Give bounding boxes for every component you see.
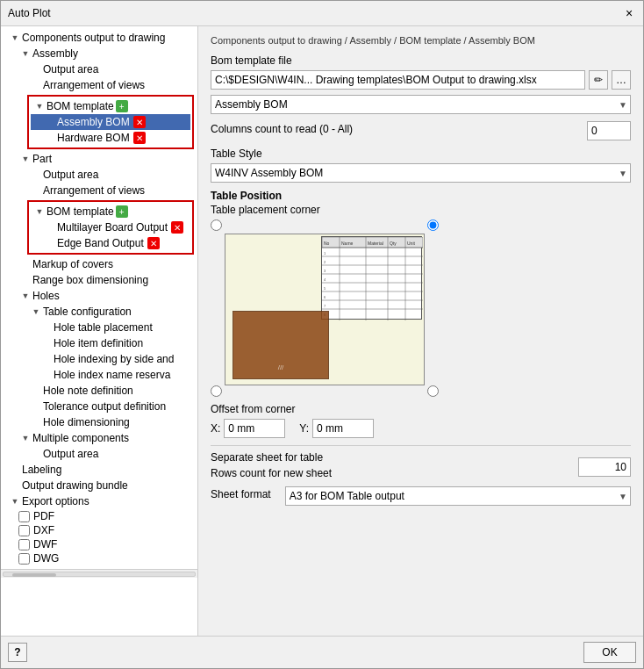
offset-x-input[interactable]: [224, 419, 285, 438]
sidebar-item-arrangement-2[interactable]: Arrangement of views: [1, 183, 197, 198]
sidebar-item-label: Markup of covers: [32, 258, 113, 270]
table-style-dropdown[interactable]: W4INV Assembly BOM: [211, 163, 631, 183]
sidebar-item-hole-note-def[interactable]: Hole note definition: [1, 383, 197, 399]
sidebar-item-arrangement-1[interactable]: Arrangement of views: [1, 77, 197, 93]
corner-radio-input-top-left[interactable]: [211, 219, 222, 231]
svg-text:Qty: Qty: [390, 241, 397, 246]
browse-file-button[interactable]: …: [612, 70, 631, 90]
sidebar-item-label: Output area: [43, 448, 98, 460]
sidebar-item-dwg[interactable]: DWG: [1, 551, 197, 565]
columns-count-input[interactable]: [587, 121, 631, 140]
expand-icon: [29, 384, 43, 398]
sidebar-item-label: Arrangement of views: [43, 79, 145, 91]
separate-sheet-label: Separate sheet for table: [211, 451, 332, 464]
sidebar-item-dwf[interactable]: DWF: [1, 537, 197, 551]
sidebar-item-multiple-components[interactable]: ▼ Multiple components: [1, 430, 197, 446]
pdf-checkbox[interactable]: [18, 511, 30, 522]
bom-template-name-dropdown[interactable]: Assembly BOM: [211, 95, 631, 114]
sidebar-item-hardware-bom[interactable]: Hardware BOM ✕: [31, 130, 190, 146]
columns-count-row: Columns count to read (0 - All): [211, 121, 631, 140]
remove-edge-band-icon[interactable]: ✕: [147, 237, 160, 249]
expand-icon: [29, 183, 43, 198]
breadcrumb: Components output to drawing / Assembly …: [211, 35, 631, 46]
sidebar-item-label: Output drawing bundle: [22, 479, 128, 492]
sidebar-item-range-box[interactable]: Range box dimensioning: [1, 272, 197, 288]
horizontal-scrollbar[interactable]: [1, 569, 197, 578]
add-bom-template-icon[interactable]: +: [116, 100, 128, 112]
corner-radio-input-bottom-left[interactable]: [211, 385, 222, 397]
sidebar-item-hole-indexing[interactable]: Hole indexing by side and: [1, 351, 197, 367]
remove-assembly-bom-icon[interactable]: ✕: [133, 116, 146, 128]
sidebar-item-label: Hole table placement: [54, 321, 153, 334]
sidebar-item-hole-item-def[interactable]: Hole item definition: [1, 335, 197, 351]
expand-icon: ▼: [8, 31, 22, 45]
sidebar-item-dxf[interactable]: DXF: [1, 523, 197, 537]
add-bom-template-part-icon[interactable]: +: [116, 205, 128, 218]
svg-text:4: 4: [324, 277, 326, 282]
sidebar-item-markup-covers[interactable]: Markup of covers: [1, 256, 197, 272]
sidebar-item-tolerance-output[interactable]: Tolerance output definition: [1, 399, 197, 414]
sidebar-item-hole-index-name[interactable]: Hole index name reserva: [1, 367, 197, 383]
window-title: Auto Plot: [8, 7, 51, 19]
sidebar-item-assembly-bom[interactable]: Assembly BOM ✕: [31, 114, 190, 130]
expand-icon: ▼: [8, 494, 22, 508]
sidebar-item-bom-template-part[interactable]: ▼ BOM template +: [31, 204, 190, 219]
dxf-checkbox[interactable]: [18, 525, 30, 536]
pcb-label: ///: [278, 363, 284, 371]
bottom-bar: ? OK: [1, 636, 643, 668]
svg-text:6: 6: [324, 295, 326, 299]
dwf-checkbox[interactable]: [18, 539, 30, 550]
bom-template-file-input[interactable]: [211, 70, 585, 90]
sidebar-item-multilayer[interactable]: Multilayer Board Output ✕: [31, 219, 190, 235]
expand-icon: [8, 478, 22, 493]
sidebar-item-export-options[interactable]: ▼ Export options: [1, 493, 197, 509]
sidebar-item-pdf[interactable]: PDF: [1, 509, 197, 523]
sidebar-item-hole-table-place[interactable]: Hole table placement: [1, 320, 197, 335]
sidebar-item-hole-dimensioning[interactable]: Hole dimensioning: [1, 414, 197, 430]
table-position-section: Table Position Table placement corner: [211, 190, 631, 438]
sidebar-item-assembly[interactable]: ▼ Assembly: [1, 46, 197, 61]
sidebar-item-table-config[interactable]: ▼ Table configuration: [1, 304, 197, 320]
sidebar-item-holes[interactable]: ▼ Holes: [1, 288, 197, 304]
expand-icon: [18, 257, 32, 271]
sidebar-item-output-drawing-bundle[interactable]: Output drawing bundle: [1, 478, 197, 493]
ok-button[interactable]: OK: [583, 642, 636, 663]
remove-multilayer-icon[interactable]: ✕: [171, 221, 183, 234]
expand-icon: [43, 236, 57, 250]
sheet-format-dropdown[interactable]: A3 for BOM Table output: [285, 486, 631, 506]
help-button[interactable]: ?: [8, 643, 27, 662]
rows-count-input[interactable]: [578, 457, 631, 477]
table-placement-corner-label: Table placement corner: [211, 204, 631, 216]
sidebar-item-labeling[interactable]: Labeling: [1, 462, 197, 478]
rows-count-section: Separate sheet for table Rows count for …: [211, 451, 631, 483]
sidebar-item-label: Hole dimensioning: [43, 416, 130, 428]
sidebar-item-bom-template-assembly[interactable]: ▼ BOM template +: [31, 98, 190, 114]
corner-radio-input-top-right[interactable]: [427, 219, 439, 231]
expand-icon: [39, 336, 54, 350]
sidebar-item-label: Export options: [22, 495, 89, 507]
expand-icon: [29, 78, 43, 92]
close-button[interactable]: ×: [622, 6, 636, 20]
sidebar-item-label: Hole item definition: [54, 337, 143, 349]
remove-hardware-bom-icon[interactable]: ✕: [133, 132, 146, 144]
scrollbar-thumb[interactable]: [12, 573, 56, 577]
table-style-section: Table Style W4INV Assembly BOM ▼: [211, 147, 631, 183]
dwg-checkbox[interactable]: [18, 553, 30, 565]
sidebar-item-output-area-2[interactable]: Output area: [1, 167, 197, 183]
sidebar-item-part[interactable]: ▼ Part: [1, 151, 197, 167]
edit-file-button[interactable]: ✏: [589, 70, 608, 90]
tree-container: ▼ Components output to drawing ▼ Assembl…: [1, 26, 197, 569]
sidebar-item-components-root[interactable]: ▼ Components output to drawing: [1, 30, 197, 46]
sidebar-item-output-area-3[interactable]: Output area: [1, 446, 197, 462]
expand-icon: [43, 115, 57, 129]
corner-radio-input-bottom-right[interactable]: [427, 385, 439, 397]
sidebar-item-edge-band[interactable]: Edge Band Output ✕: [31, 235, 190, 251]
bom-table-svg: No Name Material Qty Unit 1 2 3 4 5 6: [322, 237, 423, 320]
sidebar-item-output-area-1[interactable]: Output area: [1, 61, 197, 77]
expand-icon: [29, 415, 43, 429]
offset-y-input[interactable]: [312, 419, 374, 438]
expand-icon: ▼: [18, 289, 32, 303]
offset-label: Offset from corner: [211, 403, 631, 415]
sidebar-item-label: Assembly: [32, 47, 78, 60]
expand-icon: [39, 368, 54, 382]
